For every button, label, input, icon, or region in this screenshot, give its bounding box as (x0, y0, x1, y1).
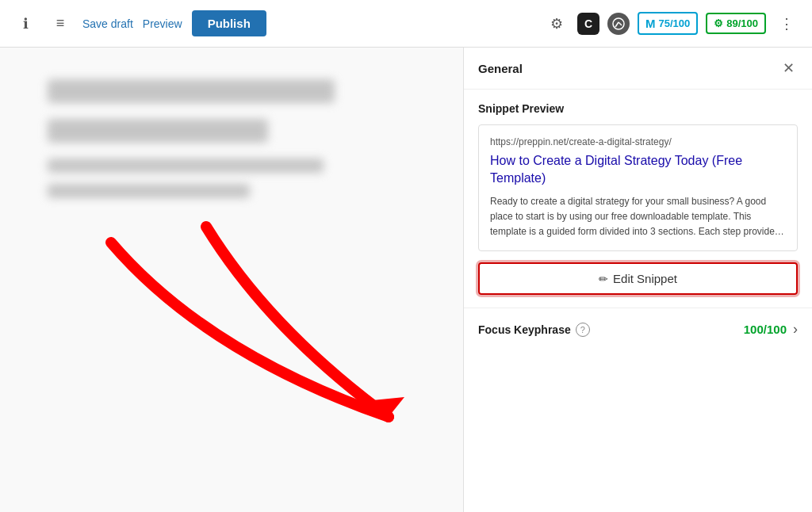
menu-icon: ≡ (56, 15, 65, 32)
more-icon: ⋮ (779, 15, 794, 32)
snippet-description: Ready to create a digital strategy for y… (490, 194, 786, 240)
copyscape-icon[interactable]: C (577, 13, 599, 35)
keyphrase-row[interactable]: Focus Keyphrase ? 100/100 › (464, 308, 812, 350)
blurred-line-1 (48, 79, 335, 103)
rank-math-svg (612, 17, 625, 30)
settings-button[interactable]: ⚙ (544, 11, 569, 36)
score-badge-2[interactable]: ⚙ 89/100 (706, 13, 766, 34)
score-badge-1[interactable]: M 75/100 (638, 12, 698, 35)
snippet-preview-card: https://preppin.net/create-a-digital-str… (478, 124, 798, 251)
main-layout: General ✕ Snippet Preview https://preppi… (0, 48, 812, 512)
svg-line-1 (615, 22, 619, 27)
preview-button[interactable]: Preview (143, 17, 182, 30)
rank-math-icon[interactable] (607, 13, 630, 35)
sidebar-panel: General ✕ Snippet Preview https://preppi… (463, 48, 812, 512)
snippet-url: https://preppin.net/create-a-digital-str… (490, 136, 786, 147)
info-button[interactable]: ℹ (13, 11, 38, 36)
chevron-right-icon[interactable]: › (793, 321, 798, 338)
more-button[interactable]: ⋮ (774, 11, 799, 36)
snippet-section-label: Snippet Preview (478, 102, 798, 115)
blurred-line-2 (48, 119, 268, 143)
blurred-editor-content (0, 48, 463, 241)
info-icon: ℹ (23, 15, 29, 32)
save-draft-button[interactable]: Save draft (82, 17, 133, 30)
menu-button[interactable]: ≡ (48, 11, 73, 36)
edit-snippet-button[interactable]: ✏ Edit Snippet (478, 262, 798, 295)
keyphrase-score: 100/100 (744, 323, 787, 336)
score-1-value: 75/100 (658, 17, 690, 29)
score-2-icon: ⚙ (714, 17, 723, 29)
help-icon-text: ? (580, 325, 585, 334)
edit-snippet-label: Edit Snippet (613, 272, 677, 285)
blurred-line-3 (48, 159, 324, 173)
svg-point-0 (613, 18, 624, 29)
edit-icon: ✏ (599, 273, 608, 285)
snippet-preview-section: Snippet Preview https://preppin.net/crea… (464, 90, 812, 308)
close-icon: ✕ (783, 59, 795, 77)
panel-title: General (478, 62, 523, 75)
toolbar: ℹ ≡ Save draft Preview Publish ⚙ C M 75/… (0, 0, 812, 48)
keyphrase-left: Focus Keyphrase ? (478, 323, 590, 337)
keyphrase-right: 100/100 › (744, 321, 798, 338)
svg-marker-3 (365, 397, 404, 417)
editor-area (0, 48, 463, 512)
blurred-line-4 (48, 184, 250, 198)
toolbar-left: ℹ ≡ Save draft Preview Publish (13, 10, 534, 36)
settings-icon: ⚙ (550, 15, 563, 32)
score-2-value: 89/100 (726, 17, 758, 29)
svg-line-2 (619, 22, 622, 25)
red-arrow-annotation (48, 211, 463, 449)
close-panel-button[interactable]: ✕ (779, 59, 798, 78)
publish-button[interactable]: Publish (192, 10, 266, 36)
snippet-title: How to Create a Digital Strategy Today (… (490, 152, 786, 188)
keyphrase-help-icon[interactable]: ? (576, 323, 590, 337)
panel-header: General ✕ (464, 48, 812, 90)
score-1-icon: M (645, 17, 656, 30)
keyphrase-label: Focus Keyphrase (478, 323, 571, 336)
toolbar-right: ⚙ C M 75/100 ⚙ 89/100 ⋮ (544, 11, 799, 36)
